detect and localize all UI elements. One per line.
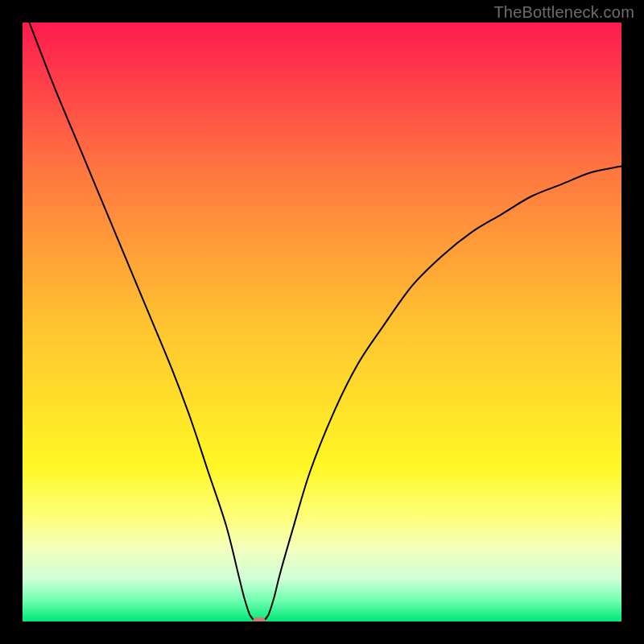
watermark: TheBottleneck.com — [493, 3, 634, 22]
plot-area — [23, 23, 621, 621]
bottleneck-chart: TheBottleneck.com — [0, 0, 644, 644]
curve-layer — [23, 23, 621, 621]
bottleneck-curve — [23, 23, 621, 621]
optimum-marker — [253, 617, 266, 621]
